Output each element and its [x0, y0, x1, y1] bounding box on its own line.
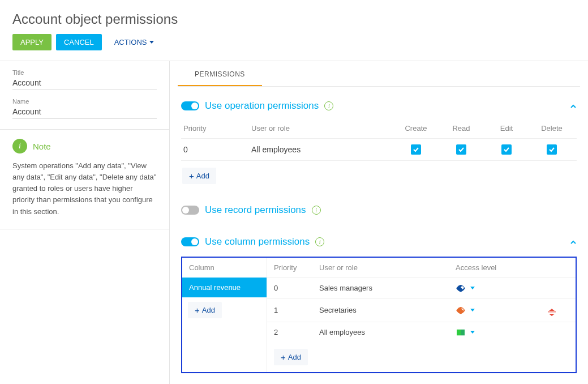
caret-down-icon [470, 287, 475, 289]
cell-priority: 2 [274, 328, 319, 336]
column-toggle[interactable] [181, 237, 199, 246]
col-read: Read [439, 124, 484, 133]
title-label: Title [12, 69, 157, 76]
main: PERMISSIONS Use operation permissions i … [170, 61, 588, 384]
table-row[interactable]: 0 All employees [181, 139, 577, 161]
column-list: Column Annual revenue + Add [182, 258, 267, 372]
checkbox-create[interactable] [411, 144, 421, 155]
add-column-button[interactable]: + Add [188, 302, 222, 318]
info-icon[interactable]: i [315, 237, 324, 246]
operation-toggle[interactable] [181, 101, 199, 110]
column-permissions-panel: Column Annual revenue + Add Priority Use… [181, 257, 577, 373]
cell-user-or-role: All employees [251, 145, 393, 154]
section-operation: Use operation permissions i Priority Use… [178, 87, 580, 191]
column-detail: Priority User or role Access level 0 Sal… [267, 258, 576, 372]
add-label: Add [288, 353, 301, 361]
col-priority: Priority [183, 124, 251, 133]
apply-button[interactable]: APPLY [12, 34, 51, 50]
column-list-header: Column [182, 258, 267, 278]
cell-user-or-role: Sales managers [319, 284, 456, 292]
add-column-row-button[interactable]: + Add [274, 349, 308, 365]
record-toggle[interactable] [181, 206, 199, 215]
toolbar: APPLY CANCEL ACTIONS [0, 34, 588, 61]
access-level-select[interactable] [456, 328, 535, 336]
caret-down-icon [149, 41, 154, 44]
caret-down-icon [470, 309, 475, 312]
col-user-or-role: User or role [319, 263, 456, 272]
cell-priority: 1 [274, 306, 319, 314]
title-field[interactable]: Account [12, 77, 157, 90]
sidebar: Title Account Name Account i Note System… [0, 61, 170, 384]
col-user-or-role: User or role [251, 124, 393, 133]
col-create: Create [393, 124, 439, 133]
access-level-select[interactable] [456, 306, 535, 314]
add-operation-row-button[interactable]: + Add [182, 168, 216, 184]
caret-down-icon [470, 331, 475, 334]
checkbox-edit[interactable] [501, 144, 512, 155]
table-row[interactable]: 2 All employees [267, 322, 576, 342]
checkbox-read[interactable] [456, 144, 466, 155]
actions-menu[interactable]: ACTIONS [114, 38, 154, 46]
collapse-icon[interactable] [570, 238, 577, 245]
column-title: Use column permissions [205, 236, 310, 248]
operation-title: Use operation permissions [205, 100, 319, 112]
plus-icon: + [195, 305, 200, 315]
col-priority: Priority [274, 263, 319, 272]
plus-icon: + [189, 171, 194, 181]
name-field[interactable]: Account [12, 106, 157, 119]
info-icon: i [12, 139, 27, 153]
note-card: i Note System operations "Add any data",… [0, 130, 169, 229]
details-card: Title Account Name Account [0, 61, 169, 130]
tab-permissions[interactable]: PERMISSIONS [178, 61, 262, 86]
column-detail-header: Priority User or role Access level [267, 258, 576, 278]
column-item-annual-revenue[interactable]: Annual revenue [182, 278, 267, 297]
section-record: Use record permissions i [178, 191, 580, 223]
info-icon[interactable]: i [324, 101, 333, 110]
table-row[interactable]: 1 Secretaries [267, 298, 576, 322]
cell-priority: 0 [183, 145, 251, 154]
access-deny-icon [456, 328, 466, 336]
cell-priority: 0 [274, 284, 319, 292]
section-column: Use column permissions i Column Annual r… [178, 223, 580, 373]
tab-bar: PERMISSIONS [178, 61, 580, 87]
page-title: Account object permissions [0, 0, 588, 34]
collapse-icon[interactable] [570, 103, 577, 109]
table-row[interactable]: 0 Sales managers [267, 278, 576, 298]
note-body: System operations "Add any data", "View … [12, 160, 157, 217]
access-read-icon [456, 306, 466, 314]
add-label: Add [196, 172, 209, 180]
name-label: Name [12, 98, 157, 105]
checkbox-delete[interactable] [547, 144, 557, 155]
access-edit-icon [456, 284, 466, 292]
info-icon[interactable]: i [312, 206, 321, 215]
cell-user-or-role: Secretaries [319, 306, 456, 314]
plus-icon: + [281, 352, 286, 362]
actions-label: ACTIONS [114, 38, 147, 46]
add-label: Add [202, 306, 215, 314]
note-title: Note [33, 142, 51, 151]
cancel-button[interactable]: CANCEL [56, 34, 102, 50]
col-access-level: Access level [456, 263, 535, 272]
cell-user-or-role: All employees [319, 328, 456, 336]
operation-table-header: Priority User or role Create Read Edit D… [181, 118, 577, 139]
drag-handle-icon[interactable] [548, 309, 556, 316]
record-title: Use record permissions [205, 204, 306, 216]
col-edit: Edit [484, 124, 529, 133]
access-level-select[interactable] [456, 284, 535, 292]
col-delete: Delete [529, 124, 574, 133]
